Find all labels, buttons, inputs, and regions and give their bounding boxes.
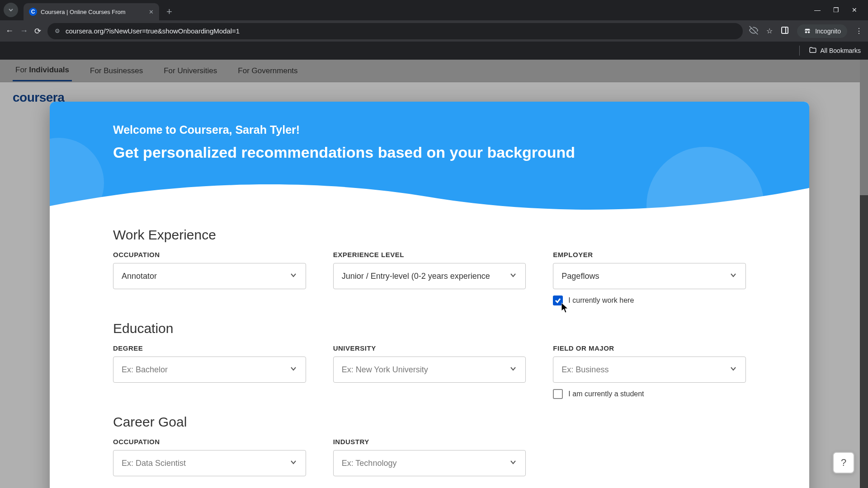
onboarding-modal: Welcome to Coursera, Sarah Tyler! Get pe… (50, 102, 809, 488)
scrollbar-thumb[interactable] (860, 60, 868, 195)
browser-tab[interactable]: C Coursera | Online Courses From ✕ (24, 3, 159, 20)
chevron-down-icon (289, 271, 297, 282)
minimize-button[interactable]: ― (814, 6, 821, 14)
university-label: UNIVERSITY (333, 344, 526, 352)
forward-button[interactable]: → (20, 26, 28, 36)
maximize-button[interactable]: ❐ (833, 6, 839, 14)
panel-icon[interactable] (781, 26, 789, 36)
page-container: For Individuals For Businesses For Unive… (0, 60, 868, 488)
employer-select[interactable]: Pageflows (553, 263, 746, 289)
folder-icon (809, 46, 817, 56)
chevron-down-icon (509, 458, 517, 469)
currently-student-label: I am currently a student (568, 390, 644, 398)
back-button[interactable]: ← (5, 26, 14, 36)
svg-point-2 (805, 31, 807, 33)
bookmarks-bar: All Bookmarks (0, 42, 868, 60)
incognito-icon (803, 27, 811, 35)
help-icon: ? (841, 457, 846, 469)
chevron-down-icon (289, 365, 297, 375)
address-bar: ← → ⟳ ⚙ coursera.org/?isNewUser=true&sho… (0, 20, 868, 42)
headline-text: Get personalized recommendations based o… (113, 144, 746, 161)
url-text: coursera.org/?isNewUser=true&showOnboard… (66, 27, 240, 35)
degree-label: DEGREE (113, 344, 306, 352)
major-select[interactable]: Ex: Business (553, 357, 746, 383)
career-occupation-label: OCCUPATION (113, 438, 306, 446)
experience-label: EXPERIENCE LEVEL (333, 251, 526, 258)
modal-body: Work Experience OCCUPATION Annotator EXP… (50, 215, 809, 488)
chevron-down-icon (729, 365, 737, 375)
scrollbar[interactable] (860, 60, 868, 488)
tab-close-icon[interactable]: ✕ (149, 9, 154, 15)
svg-rect-0 (782, 27, 788, 33)
tab-bar: C Coursera | Online Courses From ✕ + ― ❐… (0, 0, 868, 20)
tab-search-button[interactable] (4, 3, 18, 17)
help-button[interactable]: ? (833, 452, 854, 474)
currently-work-checkbox[interactable] (553, 296, 563, 305)
svg-point-3 (808, 31, 810, 33)
major-label: FIELD OR MAJOR (553, 344, 746, 352)
modal-hero: Welcome to Coursera, Sarah Tyler! Get pe… (50, 102, 809, 215)
reload-button[interactable]: ⟳ (34, 26, 41, 36)
degree-select[interactable]: Ex: Bachelor (113, 357, 306, 383)
browser-chrome: C Coursera | Online Courses From ✕ + ― ❐… (0, 0, 868, 60)
chevron-down-icon (509, 365, 517, 375)
window-controls: ― ❐ ✕ (814, 6, 864, 14)
employer-label: EMPLOYER (553, 251, 746, 258)
currently-student-checkbox[interactable] (553, 389, 563, 399)
section-career-title: Career Goal (113, 414, 746, 430)
url-field[interactable]: ⚙ coursera.org/?isNewUser=true&showOnboa… (47, 23, 743, 39)
eye-off-icon[interactable] (749, 26, 758, 37)
favicon-icon: C (29, 8, 37, 16)
currently-work-label: I currently work here (568, 296, 634, 305)
industry-label: INDUSTRY (333, 438, 526, 446)
chevron-down-icon (289, 458, 297, 469)
occupation-select[interactable]: Annotator (113, 263, 306, 289)
experience-select[interactable]: Junior / Entry-level (0-2 years experien… (333, 263, 526, 289)
university-select[interactable]: Ex: New York University (333, 357, 526, 383)
new-tab-button[interactable]: + (166, 6, 172, 18)
industry-select[interactable]: Ex: Technology (333, 450, 526, 476)
tab-title: Coursera | Online Courses From (41, 9, 145, 15)
incognito-badge[interactable]: Incognito (797, 24, 847, 38)
all-bookmarks-link[interactable]: All Bookmarks (821, 47, 861, 54)
chevron-down-icon (509, 271, 517, 282)
welcome-text: Welcome to Coursera, Sarah Tyler! (113, 123, 746, 136)
bookmark-star-icon[interactable]: ☆ (766, 27, 773, 35)
chevron-down-icon (729, 271, 737, 282)
close-window-button[interactable]: ✕ (852, 6, 857, 14)
occupation-label: OCCUPATION (113, 251, 306, 258)
career-occupation-select[interactable]: Ex: Data Scientist (113, 450, 306, 476)
menu-button[interactable]: ⋮ (855, 27, 863, 35)
site-settings-icon[interactable]: ⚙ (55, 28, 60, 34)
section-education-title: Education (113, 321, 746, 336)
section-work-title: Work Experience (113, 227, 746, 243)
